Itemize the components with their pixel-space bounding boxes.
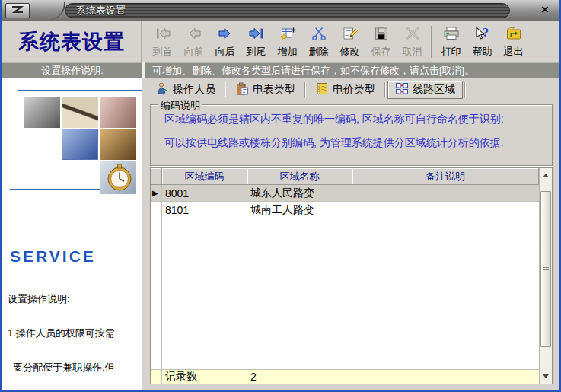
caption-row: 设置操作说明: 可增加、删除、修改各类型后请进行保存，如不保存修改，请点击[取消… [2,62,559,78]
main-message: 可增加、删除、修改各类型后请进行保存，如不保存修改，请点击[取消]。 [152,64,474,78]
empty-cell [247,218,352,369]
print-icon [442,26,461,44]
service-label: SERVICE [10,247,96,266]
title-bar[interactable]: 系统表设置 × [0,0,561,21]
arrow-next-icon [216,26,234,44]
current-row-marker [151,202,162,218]
prev-button[interactable]: 向前 [178,24,209,60]
tab-line-regions[interactable]: 线路区域 [387,81,463,99]
pens-photo [100,97,136,128]
record-count-label: 记录数 [162,370,247,384]
arrow-prev-icon [185,26,203,44]
tab-operators[interactable]: 操作人员 [148,81,223,99]
modify-button[interactable]: 修改 [334,24,365,60]
footer-empty-cell [352,370,539,384]
record-count-row: 记录数 2 [151,369,539,384]
vertical-scrollbar[interactable] [539,168,552,384]
footer-selector-cell [151,370,162,384]
coding-note-line: 可以按供电线路或楼栋分别编码, 为管理系统提供分区域统计分析的依据. [164,136,552,150]
toolbar-label: 向后 [215,45,235,59]
add-button[interactable]: 增加 [272,24,303,60]
scroll-up-arrow[interactable] [540,170,552,181]
meter-type-clipboard-icon [235,82,249,97]
save-floppy-icon [372,26,390,44]
window-title: 系统表设置 [76,4,126,18]
toolbar-label: 增加 [278,45,298,59]
toolbar-label: 取消 [403,45,422,59]
groupbox-legend: 编码说明 [158,99,202,113]
empty-cell [151,218,162,369]
first-button[interactable]: 到首 [147,24,178,60]
metal-tools-photo [24,97,60,128]
region-grid: 区域编码 区域名称 备注说明 ▶ 8001 城东人民路变 8101 城南工人路变 [150,167,553,384]
tab-meter-types[interactable]: 电表类型 [228,81,303,99]
toolbar-label: 帮助 [473,45,492,59]
tab-label: 电价类型 [333,83,375,97]
grid-row[interactable]: ▶ 8001 城东人民路变 [151,185,539,202]
grid-row[interactable]: 8101 城南工人路变 [151,202,539,218]
instruction-line: 设置操作说明: [8,293,142,304]
toolbar-label: 删除 [309,45,329,59]
column-header-note[interactable]: 备注说明 [352,168,539,185]
tab-separator [464,82,466,97]
delete-scissors-icon [310,26,328,44]
tab-label: 操作人员 [173,83,215,97]
sidebar-caption: 设置操作说明: [41,64,104,78]
toolbar-label: 打印 [441,45,461,59]
scrollbar-thumb[interactable] [540,191,551,347]
delete-button[interactable]: 删除 [303,24,334,60]
toolbar-label: 到尾 [247,45,266,59]
arrow-last-icon [247,26,266,44]
instructions-block: 设置操作说明: 1.操作人员的权限可按需 要分配便于兼职操作,但 管理员权限分配… [8,270,142,390]
cell-region-name[interactable]: 城南工人路变 [247,202,352,218]
cell-region-name[interactable]: 城东人民路变 [247,185,352,202]
cancel-button[interactable]: 取消 [397,24,428,60]
next-button[interactable]: 向后 [209,24,241,60]
cell-region-code[interactable]: 8001 [162,185,247,202]
page-title: 系统表设置 [18,28,125,56]
record-count-value: 2 [247,370,352,384]
tab-bar: 操作人员 电表类型 [148,80,467,100]
column-header-region-name[interactable]: 区域名称 [247,168,352,185]
exit-icon [505,26,523,44]
tab-label: 电表类型 [253,83,295,97]
current-row-marker: ▶ [151,185,162,202]
column-header-region-code[interactable]: 区域编码 [162,168,247,185]
cell-region-code[interactable]: 8101 [162,202,247,218]
price-type-book-icon [315,82,329,97]
tab-price-types[interactable]: 电价类型 [308,81,383,99]
help-button[interactable]: ? 帮助 [467,24,498,60]
cell-note[interactable] [352,202,539,218]
cancel-x-icon [403,26,422,44]
scroll-down-arrow[interactable] [540,371,552,382]
cell-note[interactable] [352,185,539,202]
arrow-first-icon [154,26,172,44]
toolbar-separator [431,26,432,58]
coding-note-line: 区域编码必须是辖区内不重复的唯一编码, 区域名称可自行命名便于识别; [164,113,552,126]
tab-separator [304,82,306,97]
close-button[interactable]: × [535,2,555,18]
instruction-line: 要分配便于兼职操作,但 [8,362,142,373]
exit-button[interactable]: 退出 [498,24,529,60]
pen-photo [62,97,98,128]
last-button[interactable]: 到尾 [241,24,272,60]
header: 系统表设置 到首 向前 [2,21,559,62]
tab-separator [384,82,386,97]
row-selector-header [151,168,162,185]
tab-label: 线路区域 [413,83,455,97]
app-logo-icon [5,3,30,18]
grid-header-row: 区域编码 区域名称 备注说明 [151,168,539,185]
empty-cell [352,218,539,369]
print-button[interactable]: 打印 [435,24,467,60]
empty-cell [162,218,247,369]
instruction-line: 1.操作人员的权限可按需 [8,327,142,339]
toolbar: 到首 向前 向后 [142,21,559,62]
svg-text:?: ? [482,26,488,38]
sidebar: SERVICE 设置操作说明: 1.操作人员的权限可按需 要分配便于兼职操作,但… [2,78,142,390]
divider [10,189,100,190]
operator-person-icon [155,82,169,97]
page-title-block: 系统表设置 [2,21,142,62]
save-button[interactable]: 保存 [365,24,397,60]
add-record-icon [279,26,297,44]
keyboard-photo [62,129,98,160]
